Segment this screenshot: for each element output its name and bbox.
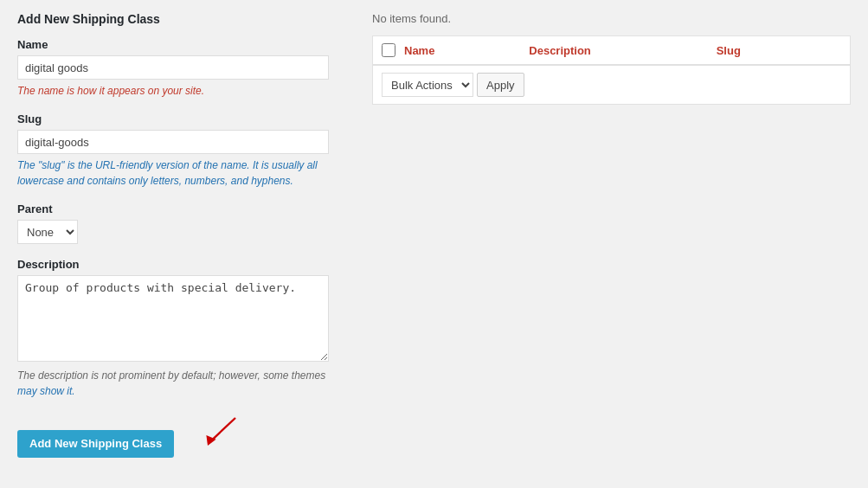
slug-label: Slug (17, 112, 338, 125)
left-panel: Add New Shipping Class Name The name is … (0, 0, 355, 488)
column-description-header: Description (529, 44, 716, 57)
parent-label: Parent (17, 202, 338, 215)
panel-title: Add New Shipping Class (17, 12, 338, 26)
right-panel: No items found. Name Description Slug Bu… (355, 0, 868, 488)
slug-hint: The "slug" is the URL-friendly version o… (17, 157, 338, 189)
description-textarea[interactable]: Group of products with special delivery. (17, 275, 329, 362)
name-input[interactable] (17, 55, 329, 80)
arrow-icon (200, 414, 243, 449)
name-label: Name (17, 38, 338, 51)
slug-input[interactable] (17, 130, 329, 154)
description-field-group: Description Group of products with speci… (17, 258, 338, 399)
add-button-wrapper: Add New Shipping Class (17, 430, 174, 458)
no-items-text: No items found. (372, 12, 851, 25)
slug-field-group: Slug The "slug" is the URL-friendly vers… (17, 112, 338, 189)
bulk-actions-select[interactable]: Bulk Actions (382, 73, 473, 97)
select-all-checkbox[interactable] (382, 43, 395, 57)
parent-select[interactable]: None (17, 220, 78, 244)
description-hint: The description is not prominent by defa… (17, 368, 329, 399)
parent-field-group: Parent None (17, 202, 338, 244)
bulk-actions-bar: Bulk Actions Apply (373, 65, 850, 104)
column-slug-header: Slug (717, 44, 841, 57)
description-hint-link[interactable]: may show it. (17, 385, 75, 397)
name-field-group: Name The name is how it appears on your … (17, 38, 338, 99)
svg-line-0 (211, 418, 235, 440)
name-hint: The name is how it appears on your site. (17, 83, 338, 99)
description-hint-prefix: The description is not prominent by defa… (17, 369, 325, 382)
table-header-row: Name Description Slug (373, 36, 850, 65)
apply-button[interactable]: Apply (477, 73, 524, 97)
add-new-shipping-class-button[interactable]: Add New Shipping Class (17, 430, 174, 458)
shipping-classes-table: Name Description Slug Bulk Actions Apply (372, 35, 851, 105)
column-name-header: Name (404, 44, 529, 57)
description-label: Description (17, 258, 338, 271)
